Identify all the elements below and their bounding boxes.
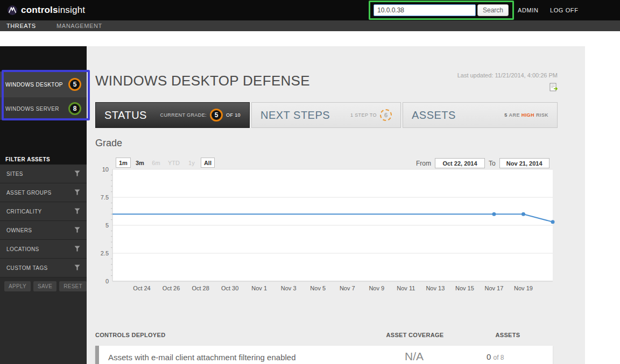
svg-text:10: 10 [102,166,109,173]
risk-label: RISK [536,112,548,118]
svg-text:0: 0 [105,278,109,284]
grade-section-heading: Grade [95,138,122,149]
filter-label: LOCATIONS [6,246,39,252]
filter-list: SITES ASSET GROUPS CRITICALITY OWNERS LO… [0,165,87,277]
steps-to-label: 1 STEP TO [350,112,377,118]
save-button[interactable]: SAVE [33,281,57,291]
svg-text:5: 5 [105,222,109,229]
filter-label: CUSTOM TAGS [6,265,48,271]
tab-status[interactable]: STATUS CURRENT GRADE: 5 OF 10 [95,102,250,128]
next-grade-badge: 6 [380,109,392,121]
coverage-value: N/A [386,350,442,363]
grade-chart: 02.557.510Oct 24Oct 26Oct 28Oct 30Nov 1N… [95,166,558,297]
svg-text:Oct 24: Oct 24 [133,285,150,291]
apply-button[interactable]: APPLY [4,281,31,291]
svg-text:Oct 30: Oct 30 [221,285,238,291]
funnel-icon [74,206,80,216]
page: controlsinsight Search ADMIN LOG OFF THR… [0,0,620,364]
funnel-icon [74,225,80,235]
are-label: ARE [509,112,520,118]
row-accent-bar [95,346,99,364]
main-content: WINDOWS DESKTOP DEFENSE Last updated: 11… [87,46,585,364]
filter-action-buttons: APPLY SAVE RESET [4,281,87,291]
filter-row-custom-tags[interactable]: CUSTOM TAGS [0,259,87,277]
high-risk-group: 5 ARE HIGH RISK [504,112,548,118]
assets-header: ASSETS [474,332,541,338]
funnel-icon [74,188,80,197]
funnel-icon [74,169,80,179]
main-nav: THREATS MANAGEMENT [0,20,620,31]
search-input[interactable] [374,4,476,16]
filter-row-asset-groups[interactable]: ASSET GROUPS [0,183,87,202]
tab-next-steps[interactable]: NEXT STEPS 1 STEP TO 6 [251,102,401,128]
filter-label: SITES [6,171,23,177]
svg-text:Nov 9: Nov 9 [369,285,384,291]
sidebar-item-label: WINDOWS DESKTOP [5,82,63,88]
current-grade-label: CURRENT GRADE: [160,112,207,118]
current-grade-group: CURRENT GRADE: 5 OF 10 [160,109,241,122]
filter-label: CRITICALITY [6,209,42,215]
control-name: Assets with e-mail client attachment fil… [108,353,296,362]
svg-text:7.5: 7.5 [101,194,109,201]
tab-assets[interactable]: ASSETS 5 ARE HIGH RISK [403,102,558,128]
sidebar: WINDOWS DESKTOP 5 WINDOWS SERVER 8 FILTE… [0,46,87,364]
sidebar-item-label: WINDOWS SERVER [5,106,59,112]
reset-button[interactable]: RESET [59,281,87,291]
logo[interactable]: controlsinsight [7,4,85,17]
filter-label: OWNERS [6,227,32,233]
grade-badge-windows-server: 8 [68,102,81,115]
sidebar-item-windows-server[interactable]: WINDOWS SERVER 8 [0,97,87,120]
funnel-icon [74,263,80,273]
svg-text:Nov 5: Nov 5 [310,285,326,291]
search-area: Search [374,4,509,16]
filter-label: ASSET GROUPS [6,190,52,196]
svg-text:Nov 19: Nov 19 [514,285,533,291]
svg-text:Nov 15: Nov 15 [455,285,474,291]
tab-status-label: STATUS [104,109,147,122]
filter-row-locations[interactable]: LOCATIONS [0,240,87,259]
logo-text: controlsinsight [21,5,85,16]
filter-assets-header: FILTER ASSETS [0,154,87,165]
svg-text:Nov 7: Nov 7 [340,285,355,291]
svg-text:Oct 28: Oct 28 [192,285,209,291]
grade-of-label: OF 10 [226,112,241,118]
filter-row-sites[interactable]: SITES [0,165,87,183]
nav-tab-management[interactable]: MANAGEMENT [57,23,102,29]
top-header: controlsinsight Search ADMIN LOG OFF [0,0,620,20]
grade-badge-windows-desktop: 5 [68,78,81,91]
svg-text:Nov 1: Nov 1 [251,285,267,291]
funnel-icon [74,244,80,254]
logoff-link[interactable]: LOG OFF [550,7,578,13]
high-label: HIGH [522,112,534,118]
filter-row-criticality[interactable]: CRITICALITY [0,202,87,221]
controls-deployed-header: CONTROLS DEPLOYED [95,332,165,338]
current-grade-badge: 5 [210,109,223,122]
tab-next-steps-label: NEXT STEPS [260,109,330,122]
svg-text:Oct 26: Oct 26 [163,285,180,291]
high-risk-count: 5 [504,112,507,118]
svg-text:Nov 3: Nov 3 [281,285,297,291]
filter-row-owners[interactable]: OWNERS [0,221,87,240]
export-report-icon[interactable] [549,83,558,94]
tab-assets-label: ASSETS [412,109,456,122]
sidebar-item-windows-desktop[interactable]: WINDOWS DESKTOP 5 [0,72,87,97]
search-button[interactable]: Search [477,4,509,16]
svg-text:2.5: 2.5 [101,250,109,256]
next-steps-group: 1 STEP TO 6 [350,109,392,121]
svg-text:Nov 17: Nov 17 [485,285,504,291]
svg-text:Nov 11: Nov 11 [397,285,415,291]
assets-value: 0 of 8 [487,352,504,361]
admin-link[interactable]: ADMIN [518,7,538,13]
page-title: WINDOWS DESKTOP DEFENSE [95,73,310,89]
controlsinsight-logo-icon [7,5,18,16]
grade-chart-svg: 02.557.510Oct 24Oct 26Oct 28Oct 30Nov 1N… [95,166,558,297]
last-updated: Last updated: 11/21/2014, 4:00:26 PM [457,72,558,78]
nav-tab-threats[interactable]: THREATS [6,23,36,29]
svg-text:Nov 13: Nov 13 [426,285,445,291]
asset-coverage-header: ASSET COVERAGE [377,332,453,338]
control-row[interactable]: Assets with e-mail client attachment fil… [95,346,553,364]
